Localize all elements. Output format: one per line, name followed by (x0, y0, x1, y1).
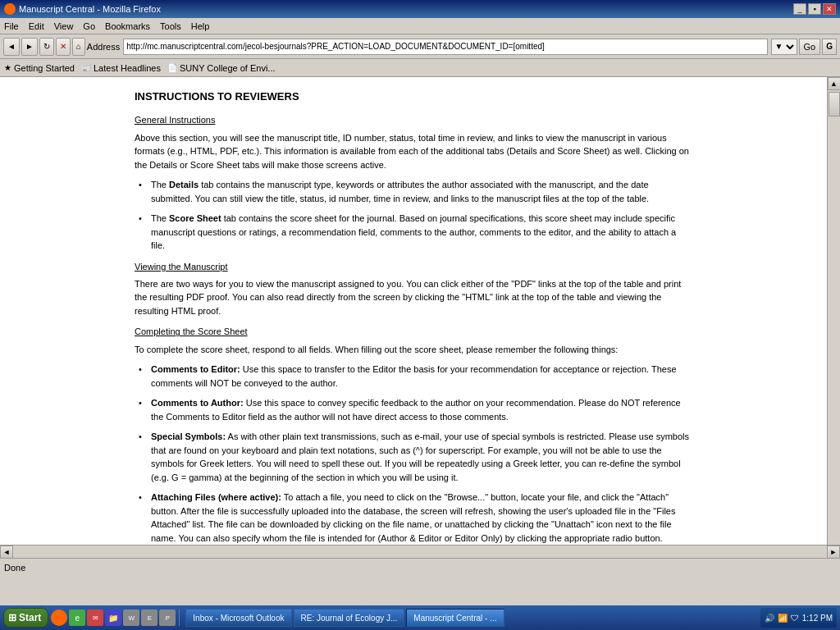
menu-help[interactable]: Help (191, 21, 210, 31)
page-title: INSTRUCTIONS TO REVIEWERS (135, 89, 692, 104)
bookmark-latest-headlines[interactable]: 📰 Latest Headlines (81, 63, 161, 73)
bullet-score-sheet: The Score Sheet tab contains the score s… (135, 212, 692, 253)
refresh-icon: ↻ (43, 42, 50, 51)
quicklaunch-folder[interactable]: 📁 (105, 609, 121, 626)
quicklaunch-extra1[interactable]: W (123, 609, 139, 626)
stop-button[interactable]: ✕ (56, 38, 71, 56)
title-bar: Manuscript Central - Mozilla Firefox _ ▪… (0, 0, 840, 18)
special-symbols-label: Special Symbols: (151, 431, 226, 441)
general-bullets-list: The Details tab contains the manuscript … (135, 178, 692, 253)
tray-icon-3: 🛡 (791, 614, 799, 623)
address-input[interactable] (123, 39, 767, 55)
go-button[interactable]: Go (799, 39, 821, 55)
status-text: Done (4, 563, 25, 573)
page-icon: 📄 (167, 63, 177, 72)
star-icon: ★ (4, 63, 11, 72)
stop-icon: ✕ (60, 42, 66, 51)
menu-bar: File Edit View Go Bookmarks Tools Help (0, 18, 840, 34)
system-tray: 🔊 📶 🛡 1:12 PM (760, 608, 837, 628)
quicklaunch-firefox[interactable] (51, 609, 67, 626)
menu-go[interactable]: Go (83, 21, 95, 31)
back-arrow-icon: ◄ (7, 42, 16, 51)
completing-score-sheet-heading: Completing the Score Sheet (135, 326, 692, 338)
page-content: INSTRUCTIONS TO REVIEWERS General Instru… (118, 77, 709, 545)
horizontal-scrollbar[interactable]: ◄ ► (0, 545, 840, 558)
quicklaunch-ie[interactable]: e (69, 609, 85, 626)
taskbar-manuscript-label: Manuscript Central - ... (413, 614, 496, 623)
status-bar: Done (0, 558, 840, 576)
menu-edit[interactable]: Edit (29, 21, 44, 31)
comments-author-label: Comments to Author: (151, 398, 244, 408)
comments-editor-label: Comments to Editor: (151, 364, 240, 374)
completing-score-sheet-text: To complete the score sheet, respond to … (135, 343, 692, 357)
scroll-thumb[interactable] (829, 92, 840, 116)
details-bold: Details (169, 180, 199, 189)
bookmark-getting-started[interactable]: ★ Getting Started (4, 63, 75, 73)
scroll-up-button[interactable]: ▲ (828, 77, 841, 90)
bullet-attaching-files: Attaching Files (where active): To attac… (135, 491, 692, 545)
attaching-files-label: Attaching Files (where active): (151, 492, 281, 502)
menu-tools[interactable]: Tools (160, 21, 181, 31)
taskbar-item-re[interactable]: RE: Journal of Ecology J... (294, 609, 405, 627)
tray-icon-1: 🔊 (765, 614, 774, 623)
quicklaunch-extra2[interactable]: E (141, 609, 158, 626)
bookmark-label-2: SUNY College of Envi... (180, 63, 276, 73)
address-label: Address (87, 42, 120, 52)
menu-bookmarks[interactable]: Bookmarks (105, 21, 150, 31)
tray-icon-2: 📶 (778, 614, 788, 623)
taskbar-item-manuscript[interactable]: Manuscript Central - ... (406, 609, 504, 627)
start-button[interactable]: ⊞ Start (3, 608, 48, 628)
quicklaunch-mail[interactable]: ✉ (87, 609, 103, 626)
windows-icon: ⊞ (8, 612, 16, 623)
scoresheet-bold: Score Sheet (169, 213, 221, 223)
menu-file[interactable]: File (4, 21, 19, 31)
quicklaunch-extra3[interactable]: P (159, 609, 176, 626)
minimize-button[interactable]: _ (793, 3, 806, 15)
bullet-comments-editor: Comments to Editor: Use this space to tr… (135, 363, 692, 390)
bullet-special-symbols: Special Symbols: As with other plain tex… (135, 430, 692, 484)
bookmark-label-1: Latest Headlines (94, 63, 161, 73)
news-icon: 📰 (81, 63, 91, 72)
home-icon: ⌂ (76, 42, 81, 51)
google-button[interactable]: G (822, 39, 837, 55)
tray-time: 1:12 PM (802, 614, 833, 623)
address-dropdown[interactable]: ▼ (771, 39, 797, 55)
taskbar-re-label: RE: Journal of Ecology J... (301, 614, 398, 623)
taskbar-outlook-label: Inbox - Microsoft Outlook (193, 614, 284, 623)
bullet-comments-author: Comments to Author: Use this space to co… (135, 396, 692, 423)
forward-arrow-icon: ► (25, 42, 34, 51)
taskbar: ⊞ Start e ✉ 📁 W E P Inbox - Microsoft Ou… (0, 605, 840, 630)
taskbar-items: Inbox - Microsoft Outlook RE: Journal of… (185, 609, 757, 627)
menu-view[interactable]: View (54, 21, 74, 31)
taskbar-item-outlook[interactable]: Inbox - Microsoft Outlook (185, 609, 291, 627)
maximize-button[interactable]: ▪ (808, 3, 821, 15)
bookmark-label-0: Getting Started (14, 63, 75, 73)
close-button[interactable]: ✕ (823, 3, 836, 15)
viewing-manuscript-text: There are two ways for you to view the m… (135, 277, 692, 318)
general-instructions-heading: General Instructions (135, 114, 692, 126)
details-text: tab contains the manuscript type, keywor… (151, 180, 649, 203)
forward-button[interactable]: ► (21, 38, 38, 56)
refresh-button[interactable]: ↻ (39, 38, 54, 56)
content-area: INSTRUCTIONS TO REVIEWERS General Instru… (0, 77, 827, 545)
firefox-icon (4, 3, 16, 15)
viewing-manuscript-heading: Viewing the Manuscript (135, 261, 692, 273)
window-title: Manuscript Central - Mozilla Firefox (19, 4, 161, 14)
back-button[interactable]: ◄ (3, 38, 20, 56)
home-button[interactable]: ⌂ (72, 38, 85, 56)
special-symbols-text: As with other plain text transmissions, … (151, 431, 689, 482)
nav-bar: ◄ ► ↻ ✕ ⌂ Address ▼ Go G (0, 34, 840, 59)
bookmark-suny[interactable]: 📄 SUNY College of Envi... (167, 63, 276, 73)
vertical-scrollbar[interactable]: ▲ (827, 77, 840, 545)
scroll-right-button[interactable]: ► (827, 546, 840, 559)
bookmarks-bar: ★ Getting Started 📰 Latest Headlines 📄 S… (0, 59, 840, 77)
start-label: Start (19, 612, 41, 623)
scroll-track (13, 546, 827, 558)
general-instructions-text: Above this section, you will see the man… (135, 131, 692, 172)
completing-bullets-list: Comments to Editor: Use this space to tr… (135, 363, 692, 545)
scroll-left-button[interactable]: ◄ (0, 546, 13, 559)
scoresheet-text: tab contains the score sheet for the jou… (151, 213, 676, 250)
bullet-details: The Details tab contains the manuscript … (135, 178, 692, 205)
